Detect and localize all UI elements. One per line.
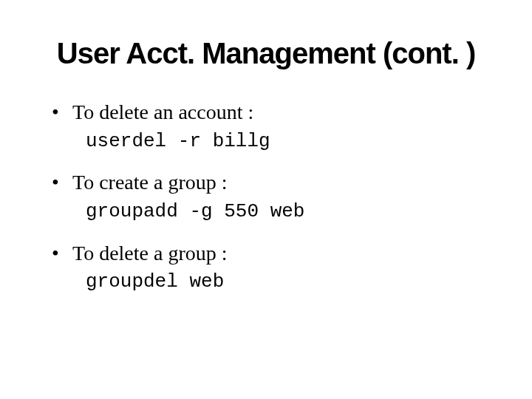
list-item: • To delete a group : groupdel web <box>52 241 488 295</box>
list-item: • To create a group : groupadd -g 550 we… <box>52 170 488 224</box>
bullet-text: To delete an account : <box>72 100 253 125</box>
command-text: groupdel web <box>86 270 488 295</box>
bullet-text: To create a group : <box>72 170 228 195</box>
bullet-icon: • <box>52 243 72 264</box>
command-text: groupadd -g 550 web <box>86 200 488 225</box>
slide: User Acct. Management (cont. ) • To dele… <box>0 0 532 399</box>
bullet-icon: • <box>52 102 72 123</box>
slide-title: User Acct. Management (cont. ) <box>44 37 488 70</box>
list-item: • To delete an account : userdel -r bill… <box>52 100 488 154</box>
bullet-icon: • <box>52 172 72 193</box>
bullet-text: To delete a group : <box>72 241 228 266</box>
command-text: userdel -r billg <box>86 129 488 154</box>
bullet-list: • To delete an account : userdel -r bill… <box>44 100 488 295</box>
